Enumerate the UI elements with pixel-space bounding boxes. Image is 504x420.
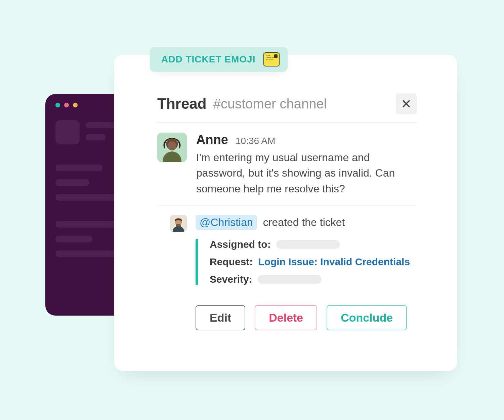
avatar-icon: [157, 133, 187, 162]
window-close-dot: [55, 103, 60, 107]
reply-action-text: created the ticket: [263, 216, 345, 229]
request-link[interactable]: Login Issue: Invalid Credentials: [258, 256, 410, 268]
conclude-button[interactable]: Conclude: [327, 305, 407, 330]
assigned-value-placeholder: [276, 240, 340, 249]
request-label: Request:: [210, 256, 253, 268]
thread-channel: #customer channel: [213, 96, 327, 111]
thread-title: Thread: [157, 95, 207, 112]
message-row: Anne 10:36 AM I'm entering my usual user…: [157, 123, 417, 205]
svg-point-2: [168, 141, 176, 150]
thread-panel: Thread #customer channel Anne 10:36 AM I…: [114, 55, 457, 371]
severity-label: Severity:: [210, 274, 252, 285]
thread-header: Thread #customer channel: [157, 93, 417, 123]
message-text: I'm entering my usual username and passw…: [196, 150, 417, 196]
ticket-actions: Edit Delete Conclude: [196, 305, 417, 330]
ticket-info: Assigned to: Request: Login Issue: Inval…: [196, 239, 417, 285]
ticket-emoji-icon: LIVECONCERTTICKET: [263, 52, 280, 66]
delete-button[interactable]: Delete: [255, 305, 317, 330]
author-avatar: [157, 133, 187, 162]
add-ticket-emoji-tag[interactable]: ADD TICKET EMOJI LIVECONCERTTICKET: [150, 47, 288, 72]
severity-value-placeholder: [258, 275, 322, 284]
message-author: Anne: [196, 133, 228, 147]
tag-label: ADD TICKET EMOJI: [161, 54, 255, 65]
mention-chip[interactable]: @Christian: [196, 215, 257, 230]
message-time: 10:36 AM: [236, 136, 275, 146]
window-max-dot: [73, 103, 78, 107]
close-button[interactable]: [396, 93, 417, 114]
assigned-label: Assigned to:: [210, 239, 271, 250]
edit-button[interactable]: Edit: [196, 305, 245, 330]
replier-avatar: [170, 215, 187, 232]
window-min-dot: [64, 103, 69, 107]
avatar-icon: [170, 215, 187, 232]
ticket-reply: @Christian created the ticket Assigned t…: [157, 205, 417, 330]
close-icon: [402, 99, 411, 108]
